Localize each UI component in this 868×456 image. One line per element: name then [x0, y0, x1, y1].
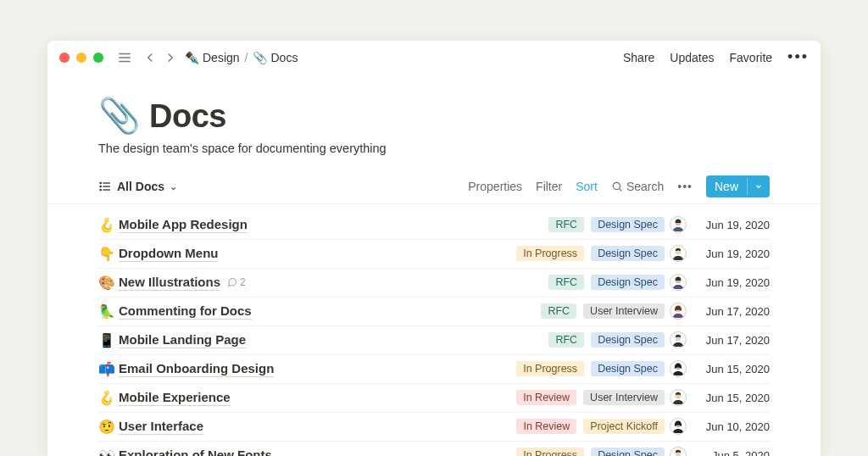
row-icon: 📱 [98, 332, 119, 348]
comment-icon [227, 277, 237, 287]
row-date: Jun 15, 2020 [692, 392, 770, 404]
tag[interactable]: Project Kickoff [583, 419, 665, 434]
row-icon: 🎨 [98, 275, 119, 291]
tag[interactable]: Design Spec [591, 332, 665, 348]
row-title[interactable]: Commenting for Docs [119, 303, 252, 320]
favorite-button[interactable]: Favorite [730, 51, 773, 64]
row-author[interactable] [665, 418, 692, 435]
filter-button[interactable]: Filter [536, 180, 562, 193]
table-row[interactable]: 🎨New Illustrations2RFCDesign SpecJun 19,… [98, 269, 770, 298]
close-window-button[interactable] [59, 53, 70, 63]
table-row[interactable]: 🦜Commenting for DocsRFCUser InterviewJun… [98, 298, 770, 326]
row-tags: RFCDesign Spec [478, 275, 665, 290]
avatar [670, 216, 687, 233]
tag[interactable]: Design Spec [591, 217, 665, 232]
table-row[interactable]: 🪝Mobile ExperienceIn ReviewUser Intervie… [98, 384, 770, 413]
row-author[interactable] [665, 274, 692, 291]
svg-point-8 [100, 189, 101, 190]
topbar: ✒️ Design / 📎 Docs Share Updates Favorit… [47, 41, 821, 75]
tag[interactable]: In Progress [516, 361, 584, 376]
row-tags: RFCDesign Spec [478, 217, 665, 232]
row-tags: In ProgressDesign Spec [478, 361, 665, 376]
forward-button[interactable] [161, 48, 180, 67]
database-toolbar: All Docs ⌄ Properties Filter Sort Search… [47, 170, 821, 204]
paperclip-icon: 📎 [253, 51, 267, 64]
tag[interactable]: RFC [548, 275, 584, 290]
view-selector[interactable]: All Docs ⌄ [98, 180, 177, 193]
more-menu-icon[interactable]: ••• [787, 48, 809, 66]
avatar [670, 303, 687, 320]
avatar [670, 418, 687, 435]
table-row[interactable]: 👇Dropdown MenuIn ProgressDesign SpecJun … [98, 240, 770, 269]
properties-button[interactable]: Properties [468, 180, 522, 193]
search-button[interactable]: Search [611, 180, 664, 193]
tag[interactable]: In Review [516, 419, 576, 434]
breadcrumb-design[interactable]: ✒️ Design [185, 51, 240, 64]
table-row[interactable]: 🤨User InterfaceIn ReviewProject KickoffJ… [98, 413, 770, 442]
sort-button[interactable]: Sort [576, 180, 598, 193]
row-author[interactable] [665, 331, 692, 348]
tag[interactable]: In Progress [516, 448, 584, 456]
tag[interactable]: Design Spec [591, 246, 665, 261]
app-window: ✒️ Design / 📎 Docs Share Updates Favorit… [47, 41, 821, 456]
tag[interactable]: In Review [516, 390, 576, 405]
page-subtitle[interactable]: The design team's space for documenting … [98, 142, 770, 155]
row-date: Jun 19, 2020 [692, 247, 770, 260]
row-date: Jun 10, 2020 [692, 420, 770, 433]
list-view-icon [98, 180, 112, 193]
svg-point-7 [100, 186, 101, 186]
row-date: Jun 17, 2020 [692, 305, 770, 318]
avatar [670, 331, 687, 348]
row-title[interactable]: New Illustrations [119, 275, 220, 291]
breadcrumb-docs[interactable]: 📎 Docs [253, 51, 298, 64]
row-title[interactable]: Mobile App Redesign [119, 217, 248, 233]
maximize-window-button[interactable] [93, 53, 103, 63]
row-author[interactable] [665, 303, 692, 320]
row-author[interactable] [665, 216, 692, 233]
row-title[interactable]: Mobile Landing Page [119, 332, 246, 348]
breadcrumb-design-label: Design [203, 51, 240, 64]
hamburger-menu-icon[interactable] [115, 48, 134, 67]
row-title[interactable]: Dropdown Menu [119, 246, 218, 262]
row-title[interactable]: Mobile Experience [119, 390, 231, 406]
row-author[interactable] [665, 447, 692, 456]
svg-point-9 [613, 182, 620, 189]
row-title[interactable]: Exploration of New Fonts [119, 448, 272, 456]
tag[interactable]: RFC [541, 303, 576, 319]
row-title[interactable]: User Interface [119, 419, 203, 435]
tag[interactable]: Design Spec [591, 275, 665, 290]
row-title[interactable]: Email Onboarding Design [119, 361, 274, 377]
share-button[interactable]: Share [623, 51, 654, 64]
row-author[interactable] [665, 360, 692, 377]
row-icon: 👇 [98, 246, 119, 262]
row-icon: 👀 [98, 448, 119, 456]
back-button[interactable] [141, 48, 159, 67]
table-row[interactable]: 🪝Mobile App RedesignRFCDesign SpecJun 19… [98, 211, 770, 240]
tag[interactable]: Design Spec [591, 448, 665, 456]
updates-button[interactable]: Updates [670, 51, 714, 64]
more-options-icon[interactable]: ••• [677, 180, 693, 193]
row-author[interactable] [665, 389, 692, 406]
page-icon[interactable]: 📎 [98, 99, 141, 133]
table-row[interactable]: 📫Email Onboarding DesignIn ProgressDesig… [98, 355, 770, 384]
chevron-down-icon [754, 182, 763, 191]
tag[interactable]: RFC [548, 217, 584, 232]
avatar [670, 389, 687, 406]
new-button-dropdown[interactable] [747, 178, 770, 195]
tag[interactable]: RFC [548, 332, 584, 348]
tag[interactable]: In Progress [516, 246, 584, 261]
table-row[interactable]: 📱Mobile Landing PageRFCDesign SpecJun 17… [98, 326, 770, 355]
comment-count-badge[interactable]: 2 [227, 276, 246, 288]
new-button[interactable]: New [706, 175, 770, 197]
minimize-window-button[interactable] [76, 53, 86, 63]
table-row[interactable]: 👀Exploration of New FontsIn ProgressDesi… [98, 442, 770, 456]
page-title[interactable]: Docs [149, 98, 226, 135]
tag[interactable]: User Interview [583, 390, 665, 405]
tag[interactable]: Design Spec [591, 361, 665, 376]
row-date: Jun 19, 2020 [692, 276, 770, 289]
row-tags: In ProgressDesign Spec [478, 448, 665, 456]
pen-icon: ✒️ [185, 51, 199, 64]
tag[interactable]: User Interview [583, 303, 665, 319]
row-author[interactable] [665, 245, 692, 262]
nav-arrows [141, 48, 180, 67]
